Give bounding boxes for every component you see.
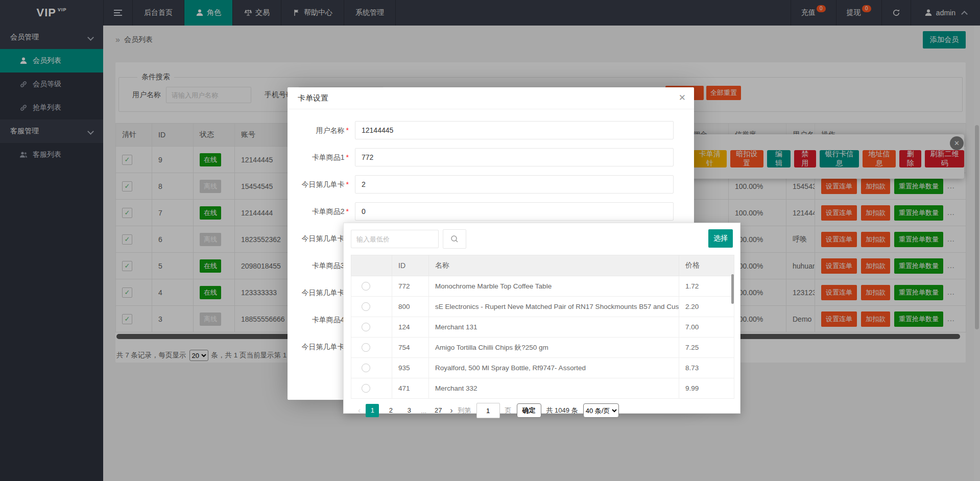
picker-search-button[interactable] [443,229,466,249]
min-price-input[interactable] [351,230,439,248]
col-product-price: 价格 [679,255,734,276]
required-mark: * [346,126,349,134]
page-ellipsis: ... [421,407,426,415]
picker-pagination: ‹ 1 2 3 ... 27 › 到第 页 确定 共 1049 条 40 条/页 [351,402,733,419]
col-product-name: 名称 [429,255,679,276]
form-row-username: 用户名称* [298,121,674,139]
picker-scrollbar-thumb[interactable] [731,274,734,304]
username-field[interactable] [355,121,674,139]
required-mark: * [346,207,349,215]
today-order-index-1-field[interactable] [355,175,674,194]
col-product-id: ID [392,255,429,276]
prev-page-arrow[interactable]: ‹ [358,406,361,415]
product-picker-popup: 选择 ID 名称 价格 772 Monochrome Marble Top Co… [343,223,740,414]
picker-select-button[interactable]: 选择 [708,229,733,248]
search-icon [450,234,459,244]
page-27[interactable]: 27 [432,404,445,417]
form-row-product2: 卡单商品2* [298,202,674,221]
total-count-text: 共 1049 条 [546,406,578,415]
picker-header-row: ID 名称 价格 [351,255,734,276]
product-radio[interactable] [362,323,370,331]
card-product-2-field[interactable] [355,202,674,221]
card-product-1-field[interactable] [355,148,674,166]
goto-label: 到第 [458,406,471,415]
page-unit-label: 页 [505,406,512,415]
product-radio[interactable] [362,384,370,393]
product-radio[interactable] [362,364,370,372]
picker-page-size-select[interactable]: 40 条/页 [583,403,619,418]
page-1[interactable]: 1 [366,404,379,417]
form-row-order-index-1: 今日第几单卡* [298,175,674,194]
next-page-arrow[interactable]: › [450,406,452,415]
picker-row: 471 Merchant 332 9.99 [351,378,734,399]
required-mark: * [346,180,349,188]
goto-page-input[interactable] [476,403,500,418]
picker-search-row [351,229,733,249]
picker-row: 772 Monochrome Marble Top Coffee Table 1… [351,276,734,297]
page-3[interactable]: 3 [402,404,416,417]
page-2[interactable]: 2 [384,404,397,417]
product-radio[interactable] [362,302,370,311]
product-radio[interactable] [362,282,370,291]
col-radio [351,255,392,276]
form-row-product1: 卡单商品1* [298,148,674,166]
goto-confirm-button[interactable]: 确定 [517,403,541,418]
modal-title: 卡单设置 [288,87,694,109]
picker-row: 800 sE Electronics - Rupert Neve Matched… [351,297,734,317]
picker-row: 124 Merchant 131 7.00 [351,317,734,338]
picker-table: ID 名称 价格 772 Monochrome Marble Top Coffe… [351,255,734,399]
picker-row: 754 Amigo Tortilla Chilli Chips 鈥?250 gm… [351,338,734,358]
product-radio[interactable] [362,343,370,352]
picker-row: 935 Royalford, 500 Ml Spray Bottle, Rf97… [351,358,734,378]
modal-close-icon[interactable]: ✕ [679,92,686,103]
required-mark: * [346,153,349,161]
